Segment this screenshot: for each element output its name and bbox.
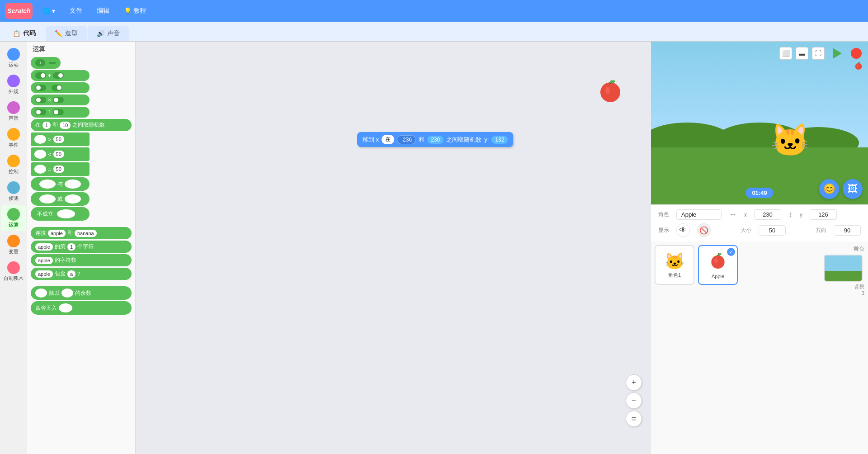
bottom-buttons: 😊 🖼 — [819, 179, 863, 199]
sprite-name-label: 角色 — [658, 211, 669, 218]
info-panel: 角色 ↔ x 230 ↕ y 126 显示 👁 🚫 大小 50 方向 90 — [651, 204, 868, 241]
info-row-name: 角色 ↔ x 230 ↕ y 126 — [658, 209, 861, 220]
sprite-name-input[interactable] — [676, 209, 722, 220]
size-label: 大小 — [741, 227, 751, 234]
sprites-grid: 🐱 角色1 ✓ — [655, 245, 820, 285]
tab-costume[interactable]: ✏️ 造型 — [46, 26, 87, 41]
direction-label: 方向 — [816, 227, 826, 234]
block-greater-than[interactable]: > 50 — [31, 132, 90, 146]
block-letter-of[interactable]: apple 的第 1 个字符 — [31, 241, 132, 253]
stop-button[interactable] — [848, 45, 864, 61]
block-or[interactable]: 或 — [31, 192, 90, 206]
stage-medium-button[interactable]: ▬ — [796, 47, 808, 60]
sprite-card-apple[interactable]: ✓ Apple — [698, 245, 738, 285]
block-x-pos[interactable]: 230 — [427, 136, 443, 144]
block-equals[interactable]: = 50 — [31, 162, 90, 176]
category-looks[interactable]: 外观 — [1, 72, 26, 98]
category-motion[interactable]: 运动 — [1, 45, 26, 71]
right-panel: 🐱 ⬜ ▬ ⛶ — [651, 42, 868, 454]
tutorial-menu[interactable]: 💡 教程 — [119, 5, 151, 17]
block-y-label: y: — [484, 136, 489, 143]
svg-point-2 — [601, 83, 619, 101]
sprite-library-button[interactable]: 😊 — [819, 179, 839, 199]
block-toggle1[interactable]: + — [31, 70, 90, 81]
svg-point-7 — [857, 65, 859, 67]
category-custom[interactable]: 自制积木 — [1, 259, 26, 284]
svg-point-11 — [851, 48, 862, 59]
y-label: y — [800, 212, 802, 218]
block-in-text: 在 — [382, 135, 394, 144]
backdrop-library-button[interactable]: 🖼 — [843, 179, 863, 199]
script-area[interactable]: 移到 x 在 -236 和 230 之间取随机数 y: 132 + − = — [136, 42, 651, 454]
backdrop-count: 背景 3 — [824, 284, 864, 296]
move-to-block[interactable]: 移到 x 在 -236 和 230 之间取随机数 y: 132 — [357, 132, 513, 147]
topbar: Scratch 🌐 ▾ 文件 编辑 💡 教程 — [0, 0, 868, 22]
y-value[interactable]: 126 — [810, 209, 837, 220]
cat-sprite: 🐱 — [770, 122, 810, 159]
category-sound[interactable]: 声音 — [1, 99, 26, 124]
category-control[interactable]: 控制 — [1, 152, 26, 178]
add-block[interactable]: + — [31, 57, 61, 69]
main-area: 运动 外观 声音 事件 控制 侦测 运算 变量 — [0, 42, 868, 454]
apple-script-preview — [597, 78, 624, 105]
block-join[interactable]: 连接 apple 和 banana — [31, 227, 132, 239]
category-operators[interactable]: 运算 — [1, 205, 26, 231]
zoom-fit-button[interactable]: = — [626, 411, 642, 427]
block-toggle2[interactable]: - — [31, 82, 90, 93]
category-variables[interactable]: 变量 — [1, 232, 26, 258]
zoom-controls: + − = — [626, 374, 642, 427]
stage-side-panel: 舞台 背景 3 — [824, 245, 864, 450]
category-sensing[interactable]: 侦测 — [1, 179, 26, 204]
block-and-text: 和 — [419, 136, 425, 144]
block-and[interactable]: 与 — [31, 177, 90, 191]
globe-menu[interactable]: 🌐 ▾ — [38, 5, 60, 16]
block-x-neg[interactable]: -236 — [397, 135, 416, 144]
block-contains[interactable]: apple 包含 a ? — [31, 268, 132, 280]
block-not[interactable]: 不成立 — [31, 207, 90, 221]
block-less-than[interactable]: < 50 — [31, 147, 90, 161]
code-icon: 📋 — [13, 30, 20, 37]
sprite-card-cat[interactable]: 🐱 角色1 — [655, 245, 694, 285]
stage-small-button[interactable]: ⬜ — [779, 47, 792, 60]
block-y-val[interactable]: 132 — [491, 136, 508, 144]
tabs-row: 📋 代码 ✏️ 造型 🔊 声音 — [0, 22, 868, 42]
zoom-in-button[interactable]: + — [626, 374, 642, 391]
blocks-panel: 运算 + + - — [27, 42, 136, 454]
zoom-out-button[interactable]: − — [626, 393, 642, 409]
scratch-logo[interactable]: Scratch — [5, 3, 33, 19]
sprites-panel: 🐱 角色1 ✓ — [651, 241, 868, 454]
sound-icon: 🔊 — [97, 30, 104, 37]
direction-value[interactable]: 90 — [834, 225, 861, 236]
apple-sprite-name: Apple — [712, 274, 724, 279]
stage-fullscreen-button[interactable]: ⛶ — [812, 47, 825, 60]
apple-sprite-icon — [708, 251, 728, 273]
block-label: 移到 x — [363, 136, 379, 144]
green-flag-button[interactable] — [828, 45, 844, 61]
show-label: 显示 — [658, 227, 669, 234]
block-toggle4[interactable]: ÷ — [31, 107, 90, 118]
block-mod[interactable]: 除以 的余数 — [31, 286, 132, 300]
svg-point-13 — [714, 258, 717, 263]
x-label: x — [744, 212, 747, 218]
block-toggle3[interactable]: × — [31, 95, 90, 105]
show-visible-button[interactable]: 👁 — [676, 223, 690, 237]
stage-area: 🐱 ⬜ ▬ ⛶ — [651, 42, 868, 204]
block-round[interactable]: 四舍五入 — [31, 301, 132, 315]
cat-sprite-name: 角色1 — [668, 272, 681, 279]
lightbulb-icon: 💡 — [124, 7, 132, 14]
tab-sound[interactable]: 🔊 声音 — [88, 26, 129, 41]
svg-marker-10 — [833, 48, 842, 59]
show-hidden-button[interactable]: 🚫 — [697, 223, 711, 237]
block-random[interactable]: 在 1 和 10 之间取随机数 — [31, 119, 132, 131]
stage-thumbnail[interactable] — [824, 255, 863, 282]
edit-menu[interactable]: 编辑 — [92, 5, 114, 17]
svg-point-6 — [855, 63, 862, 70]
block-length[interactable]: apple 的字符数 — [31, 254, 132, 266]
info-row-display: 显示 👁 🚫 大小 50 方向 90 — [658, 223, 861, 237]
category-events[interactable]: 事件 — [1, 125, 26, 151]
tab-code[interactable]: 📋 代码 — [4, 26, 45, 41]
stage-side-label: 舞台 — [824, 245, 864, 253]
size-value[interactable]: 50 — [759, 225, 786, 236]
x-value[interactable]: 230 — [754, 209, 781, 220]
file-menu[interactable]: 文件 — [65, 5, 87, 17]
